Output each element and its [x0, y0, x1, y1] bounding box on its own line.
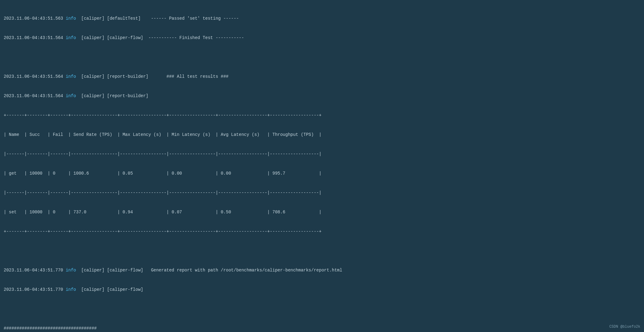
blank-line-2	[4, 248, 640, 254]
table-border-top: +-------+--------+-------+--------------…	[4, 112, 640, 119]
terminal-output: 2023.11.06-04:43:51.563 info [caliper] […	[4, 2, 640, 332]
log-line-1: 2023.11.06-04:43:51.563 info [caliper] […	[4, 15, 640, 22]
blank-line-3	[4, 306, 640, 312]
log-line-2: 2023.11.06-04:43:51.564 info [caliper] […	[4, 35, 640, 41]
log-line-3: 2023.11.06-04:43:51.564 info [caliper] […	[4, 73, 640, 80]
log-line-6: 2023.11.06-04:43:51.770 info [caliper] […	[4, 287, 640, 293]
summary-hash-1: ####################################	[4, 325, 640, 332]
log-line-5: 2023.11.06-04:43:51.770 info [caliper] […	[4, 267, 640, 274]
blank-line-1	[4, 54, 640, 61]
table-header: | Name | Succ | Fail | Send Rate (TPS) |…	[4, 132, 640, 138]
table-border-bottom: +-------+--------+-------+--------------…	[4, 228, 640, 235]
watermark: CSDN @bluefo2k	[609, 324, 640, 330]
table-row-sep: |-------|--------|-------|--------------…	[4, 190, 640, 196]
table-header-sep: |-------|--------|-------|--------------…	[4, 151, 640, 157]
table-row-set: | set | 10000 | 0 | 737.0 | 0.94 | 0.07 …	[4, 209, 640, 215]
table-row-get: | get | 10000 | 0 | 1000.6 | 0.05 | 0.00…	[4, 170, 640, 177]
log-line-4: 2023.11.06-04:43:51.564 info [caliper] […	[4, 93, 640, 99]
terminal-container: 2023.11.06-04:43:51.563 info [caliper] […	[4, 2, 640, 332]
